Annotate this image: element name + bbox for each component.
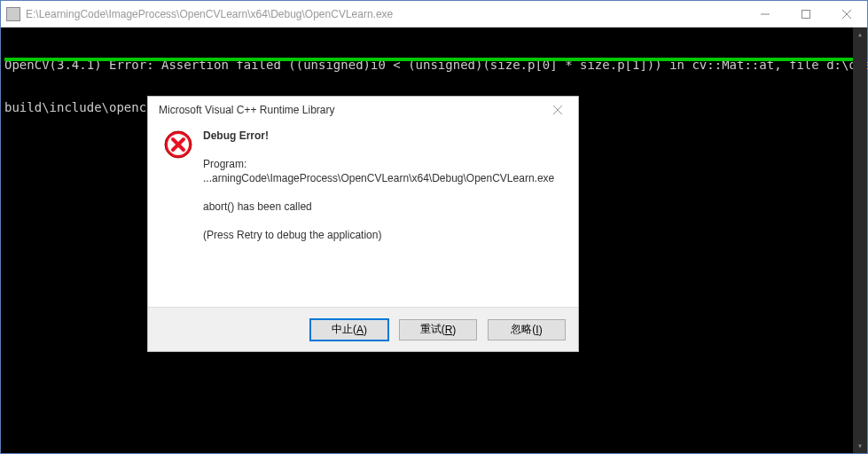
dialog-abort-message: abort() has been called <box>203 200 562 214</box>
button-label-prefix: 重试( <box>420 322 445 337</box>
maximize-button[interactable] <box>786 1 826 27</box>
close-button[interactable] <box>826 1 867 27</box>
button-accelerator: A <box>356 324 364 336</box>
button-label-suffix: ) <box>539 324 543 336</box>
button-label-suffix: ) <box>364 324 367 336</box>
button-label-suffix: ) <box>452 324 456 336</box>
dialog-program-label: Program: <box>203 157 562 171</box>
scroll-down-icon[interactable]: ▾ <box>853 439 867 453</box>
dialog-program-block: Program: ...arningCode\ImageProcess\Open… <box>203 157 562 185</box>
dialog-heading: Debug Error! <box>203 129 562 143</box>
dialog-body: Debug Error! Program: ...arningCode\Imag… <box>148 123 578 307</box>
close-icon <box>553 106 562 114</box>
button-label-prefix: 忽略( <box>511 322 536 337</box>
svg-rect-1 <box>802 10 810 18</box>
maximize-icon <box>802 10 810 19</box>
dialog-close-button[interactable] <box>544 99 571 121</box>
ignore-button[interactable]: 忽略(I) <box>488 319 566 340</box>
button-accelerator: R <box>445 324 453 336</box>
minimize-button[interactable] <box>745 1 786 27</box>
window-controls <box>745 1 867 27</box>
console-separator <box>4 58 853 61</box>
scroll-up-icon[interactable]: ▴ <box>853 27 867 42</box>
retry-button[interactable]: 重试(R) <box>399 319 477 340</box>
button-label-prefix: 中止( <box>332 322 356 337</box>
dialog-program-path: ...arningCode\ImageProcess\OpenCVLearn\x… <box>203 171 562 185</box>
dialog-retry-hint: (Press Retry to debug the application) <box>203 228 562 242</box>
dialog-icon-column <box>164 129 203 301</box>
dialog-title: Microsoft Visual C++ Runtime Library <box>159 104 544 116</box>
console-scrollbar[interactable]: ▴ ▾ <box>853 27 867 453</box>
runtime-error-dialog: Microsoft Visual C++ Runtime Library Deb… <box>147 96 579 352</box>
dialog-text-column: Debug Error! Program: ...arningCode\Imag… <box>203 129 562 301</box>
minimize-icon <box>761 10 770 19</box>
error-icon <box>164 130 192 159</box>
console-title: E:\LearningCode\ImageProcess\OpenCVLearn… <box>26 8 745 20</box>
close-icon <box>842 10 851 19</box>
console-titlebar[interactable]: E:\LearningCode\ImageProcess\OpenCVLearn… <box>1 1 867 27</box>
abort-button[interactable]: 中止(A) <box>310 319 388 340</box>
dialog-titlebar[interactable]: Microsoft Visual C++ Runtime Library <box>148 97 578 123</box>
dialog-button-row: 中止(A) 重试(R) 忽略(I) <box>148 307 578 351</box>
console-app-icon <box>6 7 20 21</box>
